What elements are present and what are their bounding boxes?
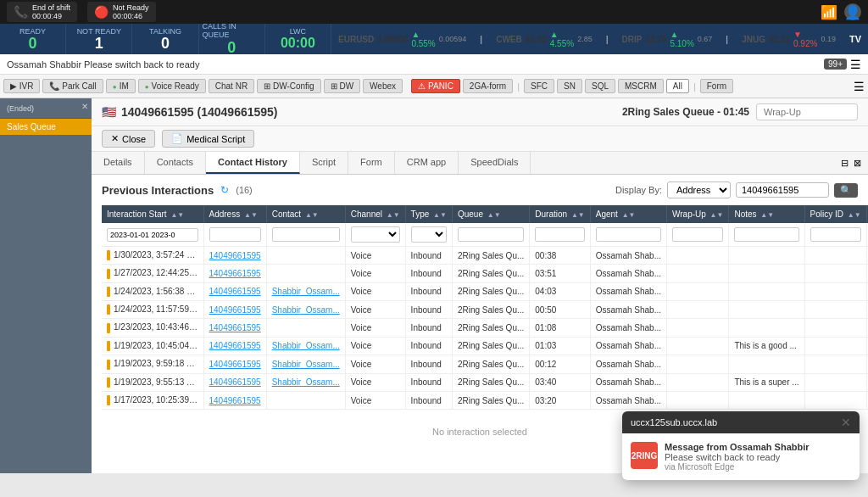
cell-queue: 2Ring Sales Qu... <box>452 391 529 409</box>
filter-date[interactable] <box>107 228 198 242</box>
toolbar-sfc[interactable]: SFC <box>524 79 554 93</box>
search-button[interactable]: 🔍 <box>834 183 858 198</box>
notice-bar: Ossamah Shabbir Please switch back to re… <box>0 54 868 75</box>
settings-icon[interactable]: ☰ <box>850 58 861 71</box>
table-row: 1/17/2023, 10:25:39 A... 14049661595 Voi… <box>102 391 868 409</box>
wrap-up-input[interactable] <box>756 103 858 120</box>
row-indicator <box>107 323 110 333</box>
toolbar-chat-nr[interactable]: Chat NR <box>209 79 254 93</box>
cell-address[interactable]: 14049661595 <box>203 282 266 300</box>
tab-form[interactable]: Form <box>348 152 395 174</box>
close-notification-button[interactable]: ✕ <box>841 416 851 428</box>
cell-address[interactable]: 14049661595 <box>203 355 266 373</box>
filter-queue[interactable] <box>458 227 524 242</box>
column-toggle-icon[interactable]: ⊟ <box>841 158 849 169</box>
expand-icon[interactable]: ⊠ <box>854 158 861 169</box>
cell-queue: 2Ring Sales Qu... <box>452 373 529 391</box>
cell-address[interactable]: 14049661595 <box>203 319 266 337</box>
user-avatar[interactable]: 👤 <box>844 3 861 20</box>
toolbar-sn[interactable]: SN <box>557 79 582 93</box>
toolbar-dw-config[interactable]: ⊞ DW-Config <box>257 79 321 93</box>
not-ready-status: 🔴 Not Ready 00:00:46 <box>87 2 156 22</box>
th-channel[interactable]: Channel ▲▼ <box>345 205 405 223</box>
cell-queue: 2Ring Sales Qu... <box>452 247 529 265</box>
cell-contact[interactable]: Shabbir_Ossam... <box>266 337 345 355</box>
tab-details[interactable]: Details <box>92 152 145 174</box>
toolbar-all[interactable]: All <box>666 79 689 93</box>
cell-address[interactable]: 14049661595 <box>203 391 266 409</box>
cell-address[interactable]: 14049661595 <box>203 247 266 265</box>
cell-notes <box>729 282 804 300</box>
toolbar-panic[interactable]: ⚠PANIC <box>411 79 460 93</box>
tab-contact-history[interactable]: Contact History <box>206 152 300 174</box>
filter-agent[interactable] <box>596 227 661 242</box>
toolbar-sql[interactable]: SQL <box>585 79 615 93</box>
close-panel-button[interactable]: ✕ <box>81 102 88 111</box>
th-duration[interactable]: Duration ▲▼ <box>530 205 590 223</box>
tab-crm-app[interactable]: CRM app <box>395 152 459 174</box>
cell-contact[interactable] <box>266 391 345 409</box>
cell-address[interactable]: 14049661595 <box>203 373 266 391</box>
count-badge: 99+ <box>824 59 847 70</box>
th-policy-id[interactable]: Policy ID ▲▼ <box>804 205 866 223</box>
filter-type[interactable]: Inbound <box>411 226 447 243</box>
th-type[interactable]: Type ▲▼ <box>405 205 452 223</box>
toolbar-form[interactable]: Form <box>700 79 733 93</box>
cell-contact[interactable]: Shabbir_Ossam... <box>266 373 345 391</box>
medical-script-button[interactable]: 📄 Medical Script <box>162 130 254 148</box>
toolbar-ivr[interactable]: ▶ IVR <box>3 79 40 93</box>
filter-notes[interactable] <box>734 227 798 242</box>
cell-notes <box>729 319 804 337</box>
toolbar-im[interactable]: IM <box>106 79 136 93</box>
hamburger-menu[interactable]: ☰ <box>854 80 865 93</box>
cell-policy-id <box>804 391 866 409</box>
th-contact[interactable]: Contact ▲▼ <box>266 205 345 223</box>
cell-duration: 04:03 <box>530 282 590 300</box>
cell-contact[interactable]: Shabbir_Ossam... <box>266 282 345 300</box>
cell-contact[interactable] <box>266 265 345 282</box>
sales-queue-item[interactable]: Sales Queue <box>0 119 92 135</box>
close-icon: ✕ <box>111 133 119 144</box>
toolbar-voice-ready[interactable]: Voice Ready <box>138 79 206 93</box>
th-interaction-start[interactable]: Interaction Start ▲▼ <box>102 205 203 223</box>
tab-speeddials[interactable]: SpeedDials <box>459 152 531 174</box>
cell-contact[interactable]: Shabbir_Ossam... <box>266 301 345 319</box>
address-search-input[interactable] <box>736 182 829 198</box>
cell-channel: Voice <box>345 301 405 319</box>
th-address[interactable]: Address ▲▼ <box>203 205 266 223</box>
filter-contact[interactable] <box>272 227 340 242</box>
filter-address[interactable] <box>209 227 261 242</box>
th-wrapup[interactable]: Wrap-Up ▲▼ <box>666 205 728 223</box>
toolbar-2ga-form[interactable]: 2GA-form <box>463 79 513 93</box>
cell-address[interactable]: 14049661595 <box>203 265 266 282</box>
cell-contact[interactable]: Shabbir_Ossam... <box>266 355 345 373</box>
filter-policy[interactable] <box>810 227 861 242</box>
display-by-select[interactable]: Address <box>667 181 731 198</box>
cell-contact[interactable] <box>266 247 345 265</box>
cell-type: Inbound <box>405 301 452 319</box>
toolbar-dw[interactable]: ⊞ DW <box>324 79 360 93</box>
th-queue[interactable]: Queue ▲▼ <box>452 205 529 223</box>
ready-stat: Ready 0 <box>0 24 66 54</box>
filter-duration[interactable] <box>535 227 584 242</box>
cell-policy-id <box>804 282 866 300</box>
cell-contact[interactable] <box>266 319 345 337</box>
th-notes[interactable]: Notes ▲▼ <box>729 205 804 223</box>
close-button[interactable]: ✕ Close <box>102 130 155 148</box>
toolbar-webex[interactable]: Webex <box>363 79 403 93</box>
toolbar-mscrm[interactable]: MSCRM <box>618 79 664 93</box>
panic-icon: ⚠ <box>418 81 426 91</box>
top-bar-left: 📞 End of shift 00:00:49 🔴 Not Ready 00:0… <box>7 2 156 22</box>
calls-in-queue-stat: Calls In Queue 0 <box>199 24 265 54</box>
filter-channel[interactable]: Voice <box>351 226 400 243</box>
cell-address[interactable]: 14049661595 <box>203 301 266 319</box>
cell-type: Inbound <box>405 391 452 409</box>
cell-address[interactable]: 14049661595 <box>203 337 266 355</box>
th-agent[interactable]: Agent ▲▼ <box>590 205 666 223</box>
toolbar-park-call[interactable]: 📞 Park Call <box>42 79 103 93</box>
tab-contacts[interactable]: Contacts <box>145 152 206 174</box>
filter-wrapup[interactable] <box>672 227 723 242</box>
refresh-icon[interactable]: ↻ <box>220 184 229 196</box>
tab-script[interactable]: Script <box>300 152 348 174</box>
cell-agent: Ossamah Shab... <box>590 355 666 373</box>
